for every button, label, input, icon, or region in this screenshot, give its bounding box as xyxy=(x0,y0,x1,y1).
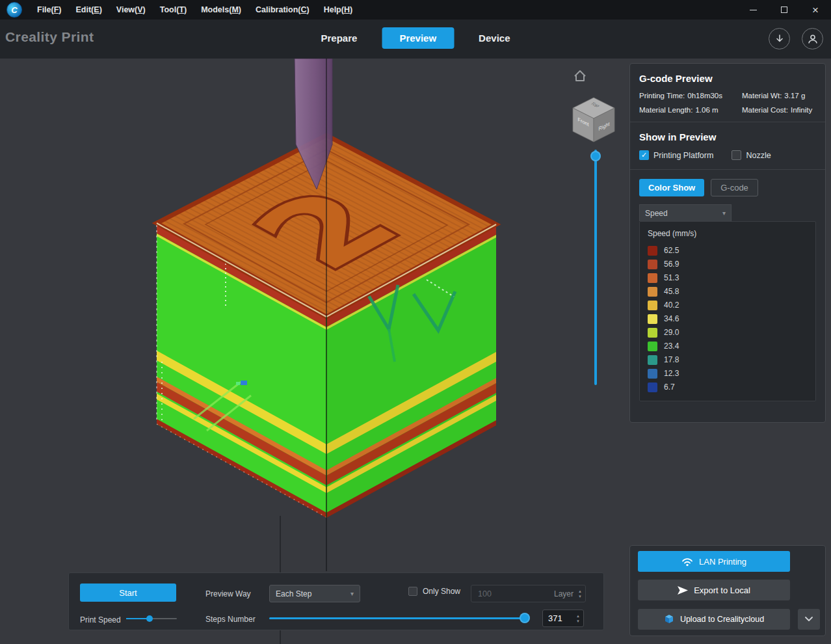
legend-value: 51.3 xyxy=(664,273,679,282)
mode-gcode-button[interactable]: G-code xyxy=(711,179,758,196)
layer-number-value[interactable]: 100 xyxy=(471,589,554,598)
export-to-local-label: Export to Local xyxy=(694,585,750,595)
stat-printing-time: Printing Time:0h18m30s xyxy=(639,92,742,100)
window-controls: × xyxy=(737,0,831,20)
preview-way-label: Preview Way xyxy=(205,589,251,598)
preview-way-value: Each Step xyxy=(276,589,311,598)
z-axis-line xyxy=(326,59,327,571)
legend-color-swatch xyxy=(648,328,657,338)
print-speed-slider[interactable] xyxy=(126,615,177,622)
header-bar: Creality Print PreparePreviewDevice xyxy=(0,20,831,59)
only-show-checkbox[interactable]: Only Show xyxy=(408,587,460,596)
tab-preview[interactable]: Preview xyxy=(382,27,454,49)
legend-item: 23.4 xyxy=(648,340,808,353)
steps-number-slider[interactable] xyxy=(269,613,528,623)
layer-slider-handle[interactable] xyxy=(590,151,601,161)
legend-value: 23.4 xyxy=(664,342,679,351)
layer-number-input[interactable]: 100 Layer ▲ ▼ xyxy=(471,585,586,602)
account-button[interactable] xyxy=(802,28,823,49)
maximize-icon xyxy=(781,7,787,13)
user-icon xyxy=(808,34,818,44)
spinner-up-icon[interactable]: ▲ xyxy=(576,614,580,618)
menu-help[interactable]: Help(H) xyxy=(317,2,360,18)
legend-color-swatch xyxy=(648,287,657,297)
app-title: Creality Print xyxy=(5,29,94,45)
start-button[interactable]: Start xyxy=(80,584,176,602)
legend-type-dropdown[interactable]: Speed ▾ xyxy=(639,204,732,221)
legend-item: 34.6 xyxy=(648,312,808,325)
creality-logo-icon: C xyxy=(7,2,22,18)
gcode-stats: Printing Time:0h18m30s Material Wt:3.17 … xyxy=(639,92,816,114)
close-button[interactable]: × xyxy=(800,0,831,20)
spinner-down-icon[interactable]: ▼ xyxy=(578,595,582,598)
layer-unit-label: Layer xyxy=(554,589,574,598)
preview-control-bar: Start Print Speed Preview Way Each Step … xyxy=(68,572,604,630)
legend-color-swatch xyxy=(648,369,657,379)
maximize-button[interactable] xyxy=(769,0,800,20)
download-button[interactable] xyxy=(769,28,790,49)
output-actions-panel: LAN Printing Export to Local Upload to C… xyxy=(629,545,826,636)
checkbox-unchecked-icon[interactable] xyxy=(732,150,741,160)
menu-edit[interactable]: Edit(E) xyxy=(69,2,109,18)
crealitycloud-cube-icon xyxy=(664,614,674,624)
legend-color-swatch xyxy=(648,342,657,351)
layer-spinner[interactable]: ▲ ▼ xyxy=(578,589,585,598)
print-speed-slider-handle[interactable] xyxy=(146,615,153,622)
preview-way-dropdown[interactable]: Each Step ▾ xyxy=(269,585,360,602)
legend-type-value: Speed xyxy=(645,209,668,218)
menu-bar: File(F)Edit(E)View(V)Tool(T)Models(M)Cal… xyxy=(30,2,360,18)
legend-item: 56.9 xyxy=(648,258,808,271)
lan-printing-button[interactable]: LAN Printing xyxy=(638,551,790,572)
model-3d-view[interactable]: 2 xyxy=(0,59,631,644)
legend-color-swatch xyxy=(648,314,657,324)
header-actions xyxy=(769,28,823,49)
steps-slider-track[interactable] xyxy=(269,617,528,619)
legend-item: 40.2 xyxy=(648,299,808,312)
legend-color-swatch xyxy=(648,246,657,256)
steps-number-value[interactable]: 371 xyxy=(543,613,576,623)
checkbox-checked-icon[interactable]: ✓ xyxy=(639,150,649,160)
steps-slider-handle[interactable] xyxy=(520,613,530,623)
legend-item: 17.8 xyxy=(648,353,808,366)
orientation-cube[interactable]: Top Front Right xyxy=(573,98,614,142)
upload-to-crealitycloud-label: Upload to Crealitycloud xyxy=(680,615,764,624)
legend-value: 56.9 xyxy=(664,260,679,269)
menu-calibration[interactable]: Calibration(C) xyxy=(248,2,317,18)
checkbox-unchecked-icon[interactable] xyxy=(408,587,417,596)
tab-device[interactable]: Device xyxy=(471,27,518,49)
checkbox-label: Nozzle xyxy=(746,151,771,160)
view-gizmo: Top Front Right xyxy=(558,64,629,148)
layer-range-slider[interactable] xyxy=(590,150,601,385)
checkbox-printing-platform[interactable]: ✓ Printing Platform xyxy=(639,150,713,160)
menu-view[interactable]: View(V) xyxy=(109,2,153,18)
menu-file[interactable]: File(F) xyxy=(30,2,69,18)
menu-models[interactable]: Models(M) xyxy=(194,2,248,18)
lan-printing-label: LAN Printing xyxy=(699,557,746,567)
checkbox-nozzle[interactable]: Nozzle xyxy=(732,150,771,160)
gcode-panel-title: G-code Preview xyxy=(639,73,816,84)
stat-material-length: Material Length:1.06 m xyxy=(639,106,742,114)
minimize-icon xyxy=(750,10,757,10)
minimize-button[interactable] xyxy=(737,0,769,20)
tab-prepare[interactable]: Prepare xyxy=(313,27,365,49)
title-bar: C File(F)Edit(E)View(V)Tool(T)Models(M)C… xyxy=(0,0,831,20)
app-window: { "titlebar": { "menus": [ {"text": "Fil… xyxy=(0,0,831,644)
home-view-button[interactable] xyxy=(575,71,585,81)
spinner-down-icon[interactable]: ▼ xyxy=(576,619,580,623)
legend-value: 34.6 xyxy=(664,314,679,323)
steps-spinner[interactable]: ▲ ▼ xyxy=(576,614,583,623)
spinner-up-icon[interactable]: ▲ xyxy=(578,589,582,593)
legend-value: 62.5 xyxy=(664,246,679,255)
wifi-icon xyxy=(681,557,693,567)
layer-slider-track[interactable] xyxy=(594,150,597,385)
menu-tool[interactable]: Tool(T) xyxy=(153,2,194,18)
legend-value: 29.0 xyxy=(664,328,679,337)
checkbox-label: Printing Platform xyxy=(653,151,713,160)
upload-to-crealitycloud-button[interactable]: Upload to Crealitycloud xyxy=(638,609,790,630)
export-to-local-button[interactable]: Export to Local xyxy=(638,580,790,600)
legend-value: 40.2 xyxy=(664,301,679,310)
steps-number-input[interactable]: 371 ▲ ▼ xyxy=(542,610,584,627)
more-output-options-button[interactable] xyxy=(798,609,820,630)
legend-color-swatch xyxy=(648,273,657,283)
mode-color-show-button[interactable]: Color Show xyxy=(639,179,704,196)
